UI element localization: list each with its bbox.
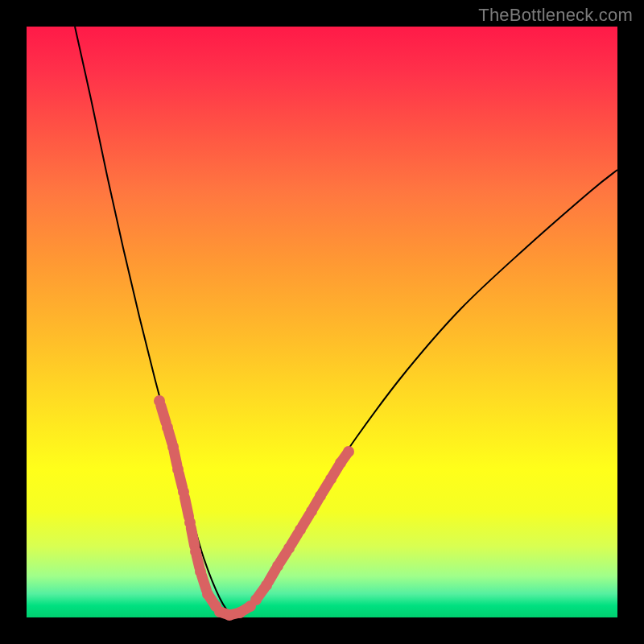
plot-area	[27, 27, 617, 617]
highlight-dot	[190, 546, 201, 557]
highlight-region	[154, 395, 354, 621]
highlight-dot	[295, 524, 306, 535]
highlight-dot	[167, 441, 179, 452]
highlight-dot	[195, 566, 206, 577]
highlight-dot	[283, 543, 295, 554]
watermark-text: TheBottleneck.com	[478, 5, 633, 26]
highlight-segment	[179, 473, 182, 488]
chart-frame: TheBottleneck.com	[0, 0, 644, 644]
highlight-segment	[280, 551, 287, 563]
highlight-dot	[184, 517, 196, 528]
highlight-dot	[178, 486, 189, 497]
highlight-dot	[234, 607, 246, 618]
highlight-dot	[224, 609, 235, 621]
highlight-dot	[335, 457, 346, 469]
highlight-dot	[261, 580, 272, 591]
highlight-dot	[250, 594, 262, 605]
highlight-segment	[291, 533, 299, 545]
highlight-dot	[325, 473, 336, 485]
highlight-dot	[315, 490, 326, 502]
highlight-segment	[202, 576, 207, 590]
highlight-dot	[154, 395, 165, 407]
highlight-dot	[202, 588, 213, 600]
highlight-segment	[303, 514, 310, 526]
highlight-segment	[174, 451, 177, 465]
highlight-dot	[162, 422, 173, 433]
bottleneck-curve	[75, 27, 617, 615]
highlight-segment	[184, 497, 188, 517]
highlight-dot	[272, 560, 283, 572]
highlight-dot	[214, 606, 225, 617]
highlight-segment	[196, 555, 200, 568]
curve-svg	[27, 27, 617, 617]
highlight-dot	[172, 464, 184, 475]
highlight-segment	[161, 406, 166, 423]
highlight-segment	[191, 527, 194, 546]
highlight-dot	[306, 506, 317, 517]
highlight-dot	[343, 446, 354, 457]
highlight-segment	[269, 569, 276, 581]
